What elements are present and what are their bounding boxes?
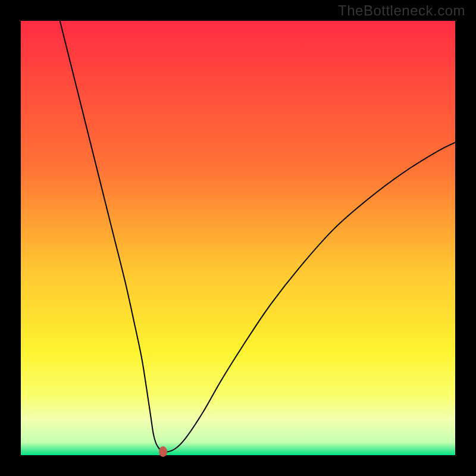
plot-background bbox=[21, 21, 455, 455]
plot-area bbox=[21, 21, 455, 455]
watermark-text: TheBottleneck.com bbox=[338, 2, 465, 19]
minimum-marker bbox=[159, 446, 167, 457]
chart-container: TheBottleneck.com bbox=[0, 0, 476, 476]
plot-svg bbox=[21, 21, 455, 455]
